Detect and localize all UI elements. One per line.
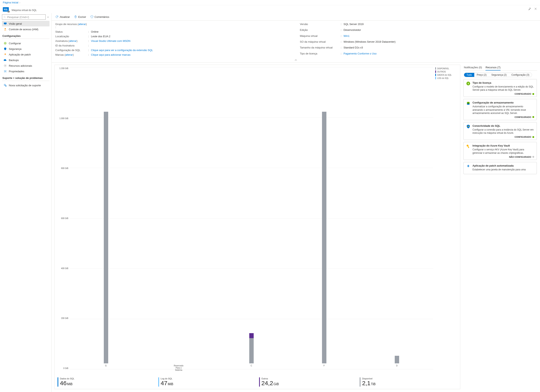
prop-value: Standard D2s v3 [344,46,537,49]
collapse-sidebar-icon[interactable]: « [46,16,50,18]
svg-rect-2 [5,24,6,25]
change-link[interactable]: alterar [65,53,73,56]
svg-point-7 [4,84,6,86]
change-link[interactable]: alterar [69,39,76,42]
sidebar-item-label: Configurar [9,42,21,45]
properties-grid: Grupo de recursos (alterar) : Status:Onl… [52,21,540,58]
pill-security[interactable]: Segurança (2) [489,73,509,77]
storage-metrics: Dados do SQL46MiBLog do SQL47MiBOutros24… [58,377,457,387]
storage-chart-panel: 0 GiB200 GiB400 GiB600 GiB800 GiB1.000 G… [55,65,460,389]
svg-point-14 [468,126,469,127]
search-input[interactable]: Pesquisar (Cmd+/) [2,15,46,20]
prop-label: Grupo de recursos (alterar) : [55,23,87,29]
card-title: Conectividade do SQL [472,124,534,127]
svg-text:$: $ [468,82,469,85]
sidebar-item-configure[interactable]: Configurar [2,40,50,46]
sidebar-item-label: Nova solicitação de suporte [9,84,41,87]
prop-value: Visual Studio Ultimate com MSDN [91,39,292,42]
sidebar-item-overview[interactable]: Visão geral [2,21,50,26]
card-status: NÃO CONFIGURADO [472,156,534,158]
breadcrumb-home[interactable]: Página Inicial [3,1,18,4]
main-content: Atualizar Excluir Comentários Grupo de r… [52,13,540,392]
sidebar-item-label: Backups [9,59,19,62]
card-title: Configuração de armazenamento [472,101,534,104]
resource-card[interactable]: Aplicação de patch automatizadaEstabelec… [464,162,537,174]
page-subtitle: Máquina virtual do SQL [12,9,37,12]
sidebar-group-support: Suporte + solução de problemas [2,77,50,79]
prop-value: Leste dos EUA 2 [91,35,292,38]
svg-point-3 [5,28,6,29]
chevron-right-icon: › [20,1,20,4]
prop-label: Tipo de licença [300,52,340,55]
sidebar-item-patch[interactable]: Aplicação de patch [2,52,50,57]
pin-icon[interactable] [528,7,531,10]
pill-all[interactable]: Tudo [464,73,474,77]
key-icon [466,144,470,149]
sidebar-item-iam[interactable]: Controle de acesso (IAM) [2,26,50,32]
vm-link[interactable]: Win1 [344,34,350,37]
trash-icon [74,15,77,18]
tab-notifications[interactable]: Notificações (0) [464,65,482,70]
license-link[interactable]: Pagamento Conforme o Uso [344,52,377,55]
card-status: CONFIGURADO [472,116,534,118]
monitor-icon [4,22,7,25]
delete-button[interactable]: Excluir [74,15,86,18]
tab-resources[interactable]: Recursos (7) [485,65,500,70]
card-description: Estabelecer uma janela de manutenção par… [472,168,534,171]
properties-icon [4,70,7,73]
gear-icon [466,164,470,169]
storage-chart: 0 GiB200 GiB400 GiB600 GiB800 GiB1.000 G… [58,67,433,375]
tool-label: Comentários [95,15,109,18]
sidebar-item-support-request[interactable]: Nova solicitação de suporte [2,83,50,88]
refresh-icon [55,15,59,18]
prop-label: Configuração de SQL [55,49,87,52]
heart-icon [90,15,93,18]
feedback-button[interactable]: Comentários [90,15,109,18]
card-title: Aplicação de patch automatizada [472,164,534,167]
metric-tile: Outros24,2GiB [259,377,357,387]
svg-point-0 [4,16,5,18]
sidebar-item-backups[interactable]: Backups [2,57,50,63]
sidebar-item-security[interactable]: Segurança [2,46,50,52]
gear-icon [4,42,7,45]
prop-label: Máquina virtual [300,34,340,37]
sidebar-item-label: Segurança [9,47,21,50]
title-bar: SQL Máquina virtual do SQL [0,5,540,13]
subscription-link[interactable]: Visual Studio Ultimate com MSDN [91,39,130,42]
resource-card[interactable]: $Tipo de licençaConfigurar o modelo de l… [464,79,537,97]
pill-config[interactable]: Configuração (3) [509,73,532,77]
prop-label: ID da Assinatura [55,44,87,47]
breadcrumb: Página Inicial › [0,0,540,5]
divider [2,39,50,39]
card-description: Configurar o serviço AKV (Azure Key Vaul… [472,148,534,154]
prop-value: SQL Server 2019 [344,23,537,26]
prop-label: Status [55,30,87,33]
prop-value: Pagamento Conforme o Uso [344,52,537,55]
sidebar-item-properties[interactable]: Propriedades [2,69,50,74]
person-icon [4,28,7,31]
sidebar-item-additional[interactable]: Recursos adicionais [2,63,50,69]
stack-icon [466,101,470,106]
pill-price[interactable]: Preço (2) [474,73,489,77]
prop-value: Clique aqui para adicionar marcas [91,53,292,56]
collapse-props-icon[interactable]: ︽ [52,58,540,63]
close-icon[interactable] [534,7,537,10]
sql-vm-icon: SQL [3,7,9,12]
resource-card[interactable]: Integração do Azure Key VaultConfigurar … [464,142,537,160]
shield-icon [466,124,470,129]
change-link[interactable]: alterar [79,23,86,26]
cloud-icon [4,59,7,62]
dollar-icon: $ [466,81,470,86]
prop-label: SO da máquina virtual [300,40,340,43]
card-description: Configurar a conexão para a instância do… [472,128,534,135]
svg-rect-1 [4,23,6,24]
resource-card[interactable]: Conectividade do SQLConfigurar a conexão… [464,122,537,140]
refresh-button[interactable]: Atualizar [55,15,70,18]
add-tags-link[interactable]: Clique aqui para adicionar marcas [91,53,130,56]
search-placeholder: Pesquisar (Cmd+/) [7,16,29,19]
resources-panel: Notificações (0) Recursos (7) Tudo Preço… [463,65,537,389]
resource-card[interactable]: Configuração de armazenamentoAutomatizar… [464,99,537,120]
card-status: CONFIGURADO [472,93,534,95]
prop-label: Versão [300,23,340,26]
sql-config-link[interactable]: Clique aqui para ver a configuração da e… [91,49,153,52]
